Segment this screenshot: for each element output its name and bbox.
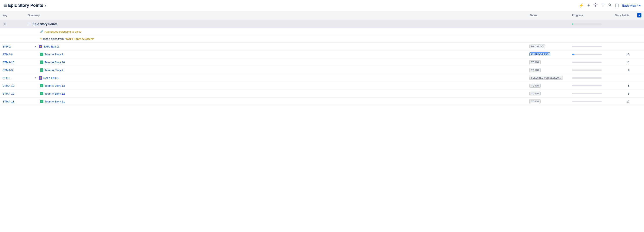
table-row: SPR-2 ▾ ⚡ SAFe Epic 2 BACKLOG	[0, 43, 644, 51]
lightning-icon[interactable]: ⚡	[579, 3, 584, 8]
stma13-key-cell[interactable]: STMA-13	[0, 82, 26, 90]
view-asterisk: *	[637, 4, 638, 7]
stma9-status-badge[interactable]: TO DO	[529, 68, 541, 72]
add-issues-extra-cell	[635, 28, 644, 35]
col-header-add: +	[635, 11, 644, 20]
epic-row-extra-cell	[635, 20, 644, 28]
stma12-key-cell[interactable]: STMA-12	[0, 90, 26, 97]
add-issues-key-cell	[0, 28, 26, 35]
spr1-summary-text[interactable]: SAFe Epic 1	[44, 76, 59, 79]
epic-row-summary-cell: ☰ Epic Story Points	[26, 20, 527, 28]
epic-row-key-cell: ✳	[0, 20, 26, 28]
spr2-progress-bar	[572, 46, 602, 47]
stma13-status-badge[interactable]: TO DO	[529, 84, 541, 87]
page-title: ☰ Epic Story Points ▾	[4, 3, 46, 8]
add-column-button[interactable]: +	[637, 13, 642, 18]
insert-epics-plus-icon: +	[40, 37, 42, 41]
epic-main-summary: ☰ Epic Story Points	[28, 22, 524, 26]
insert-epics-status-cell	[527, 35, 569, 43]
stma13-progress-cell	[569, 82, 612, 90]
view-selector[interactable]: Basic view * ▾	[622, 4, 640, 7]
table-header: Key Summary Status Progress Story Points…	[0, 11, 644, 20]
spr1-status-cell: SELECTED FOR DEVELO...	[527, 74, 569, 82]
add-issues-cell: 🔗 Add issues belonging to epics	[26, 28, 527, 35]
stma10-progress-cell	[569, 58, 612, 66]
stma13-extra-cell	[635, 82, 644, 90]
epic-progress-bar	[572, 24, 602, 25]
stma11-summary-text[interactable]: Team A Story 11	[45, 100, 65, 103]
stma12-status-badge[interactable]: TO DO	[529, 92, 541, 95]
table-row: STMA-12 ↑ Team A Story 12 TO DO 8	[0, 90, 644, 97]
filter-icon[interactable]	[601, 3, 605, 8]
search-icon[interactable]	[608, 3, 612, 8]
stma9-summary-text[interactable]: Team A Story 9	[45, 69, 63, 72]
add-issues-points-cell	[612, 28, 635, 35]
insert-epics-link[interactable]: + Insert epics from "SAFe Team A Scrum"	[40, 37, 524, 41]
spr2-summary-text[interactable]: SAFe Epic 2	[44, 45, 59, 48]
stma8-key-cell[interactable]: STMA-8	[0, 51, 26, 58]
add-issues-link[interactable]: 🔗 Add issues belonging to epics	[40, 30, 524, 33]
stma9-points-cell: 9	[612, 66, 635, 74]
title-chevron-icon[interactable]: ▾	[45, 4, 46, 7]
pin-icon[interactable]: ✳	[2, 22, 7, 26]
stma10-progress-bar	[572, 62, 602, 63]
stma8-status-badge[interactable]: IN PROGRESS	[529, 52, 550, 56]
stma9-summary-cell: ↑ Team A Story 9	[26, 66, 527, 74]
spr1-extra-cell	[635, 74, 644, 82]
epic-main-title[interactable]: Epic Story Points	[33, 22, 58, 26]
stma11-status-badge[interactable]: TO DO	[529, 99, 541, 103]
insert-epics-prefix-text: Insert epics from	[43, 37, 64, 41]
spr1-status-badge[interactable]: SELECTED FOR DEVELO...	[529, 76, 562, 80]
stma11-progress-bar	[572, 101, 602, 102]
main-table: Key Summary Status Progress Story Points…	[0, 11, 644, 105]
epic-progress-fill	[572, 24, 574, 25]
insert-epics-project-text: "SAFe Team A Scrum"	[65, 37, 94, 41]
spr1-key-cell[interactable]: SPR-1	[0, 74, 26, 82]
stma8-extra-cell	[635, 51, 644, 58]
stma13-summary-cell: ↑ Team A Story 13	[26, 82, 527, 90]
stma11-summary-cell: ↑ Team A Story 11	[26, 97, 527, 105]
layers-icon[interactable]	[594, 3, 598, 8]
stma13-points-cell: 5	[612, 82, 635, 90]
stma8-summary-text[interactable]: Team A Story 8	[45, 53, 63, 56]
stma12-progress-cell	[569, 90, 612, 97]
stma10-points-cell: 11	[612, 58, 635, 66]
stma10-extra-cell	[635, 58, 644, 66]
insert-epics-row: + Insert epics from "SAFe Team A Scrum"	[0, 35, 644, 43]
stma10-status-badge[interactable]: TO DO	[529, 60, 541, 64]
add-issues-progress-cell	[569, 28, 612, 35]
bookmark-icon[interactable]: ✦	[587, 3, 590, 8]
spr2-summary-cell: ▾ ⚡ SAFe Epic 2	[26, 43, 527, 51]
table-row: STMA-8 ↑ Team A Story 8 IN PROGRESS 15	[0, 51, 644, 58]
spr1-summary: ▾ ⚡ SAFe Epic 1	[34, 76, 524, 80]
stma8-story-icon: ↑	[40, 53, 44, 56]
spr1-collapse-icon[interactable]: ▾	[34, 76, 38, 79]
stma12-summary-text[interactable]: Team A Story 12	[45, 92, 65, 95]
stma13-summary-text[interactable]: Team A Story 13	[45, 84, 65, 87]
stma10-key-cell[interactable]: STMA-10	[0, 58, 26, 66]
spr2-key-cell[interactable]: SPR-2	[0, 43, 26, 51]
header-actions: ⚡ ✦ Basic view * ▾	[579, 3, 640, 8]
spr1-progress-cell	[569, 74, 612, 82]
stma11-key-cell[interactable]: STMA-11	[0, 97, 26, 105]
spr1-summary-cell: ▾ ⚡ SAFe Epic 1	[26, 74, 527, 82]
add-issues-status-cell	[527, 28, 569, 35]
stma9-progress-bar	[572, 69, 602, 71]
spr1-points-cell	[612, 74, 635, 82]
page-title-text: Epic Story Points	[8, 3, 44, 8]
list-icon: ☰	[4, 3, 7, 8]
spr2-status-badge[interactable]: BACKLOG	[529, 45, 545, 48]
spr2-progress-cell	[569, 43, 612, 51]
table-container: Key Summary Status Progress Story Points…	[0, 11, 644, 232]
stma8-summary-cell: ↑ Team A Story 8	[26, 51, 527, 58]
spr2-collapse-icon[interactable]: ▾	[34, 45, 38, 48]
stma9-progress-cell	[569, 66, 612, 74]
stma11-status-cell: TO DO	[527, 97, 569, 105]
stma10-summary-text[interactable]: Team A Story 10	[45, 61, 65, 64]
table-row: STMA-10 ↑ Team A Story 10 TO DO 11	[0, 58, 644, 66]
stma9-key-cell[interactable]: STMA-9	[0, 66, 26, 74]
stma8-progress-fill	[572, 54, 574, 55]
stma11-summary: ↑ Team A Story 11	[40, 100, 524, 103]
spr2-extra-cell	[635, 43, 644, 51]
stma12-progress-bar	[572, 93, 602, 94]
